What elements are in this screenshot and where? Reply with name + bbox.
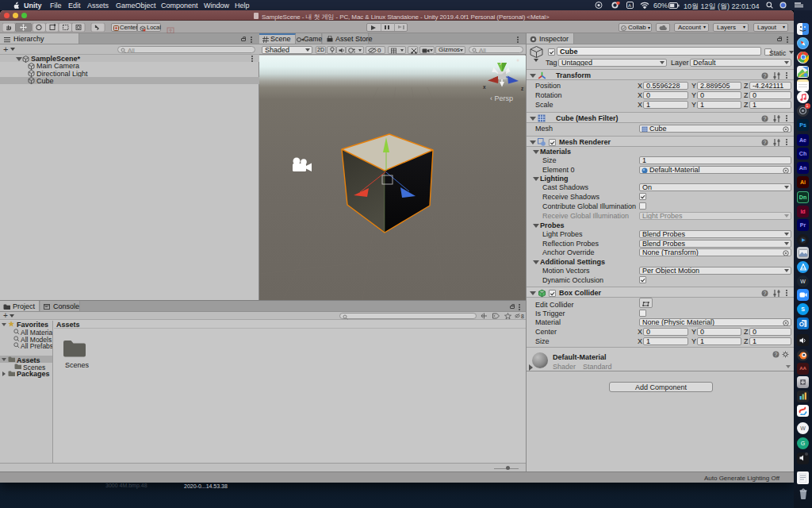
svg-text:y: y (500, 59, 503, 65)
svg-text:‹ Persp: ‹ Persp (490, 94, 513, 102)
svg-text:?: ? (764, 140, 767, 145)
svg-text:?: ? (764, 116, 767, 121)
svg-text:x: x (483, 84, 486, 90)
svg-text:A: A (628, 3, 631, 8)
svg-text:8: 8 (521, 314, 524, 319)
svg-text:?: ? (764, 291, 767, 296)
svg-text:?: ? (764, 73, 767, 79)
svg-text:?: ? (775, 352, 778, 357)
